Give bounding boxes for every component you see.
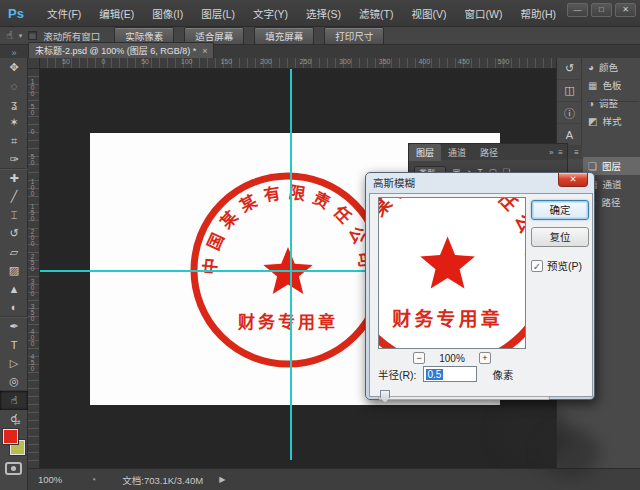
panel-menu-icon[interactable]: ≡ (558, 148, 563, 157)
ruler-tick-label: 50 (29, 103, 36, 115)
radius-slider[interactable] (378, 390, 550, 404)
menu-layer[interactable]: 图层(L) (192, 2, 244, 25)
dodge-tool[interactable]: ◐ (0, 299, 28, 318)
window-controls: — □ ✕ (567, 3, 636, 17)
radius-value: 0.5 (426, 369, 444, 380)
radius-input[interactable]: 0.5 (423, 366, 477, 382)
zoom-in-button[interactable]: + (479, 352, 491, 364)
vertical-guide[interactable] (290, 69, 292, 460)
menu-filter[interactable]: 滤镜(T) (350, 2, 402, 25)
magic-wand-tool[interactable]: ✶ (0, 114, 28, 133)
ps-logo: Ps (8, 6, 24, 21)
horizontal-guide[interactable] (40, 270, 367, 272)
scroll-all-windows-label: 滚动所有窗口 (43, 29, 100, 43)
scroll-all-windows-checkbox[interactable] (28, 31, 37, 40)
path-selection-tool[interactable]: ▷ (0, 354, 28, 373)
minimize-button[interactable]: — (567, 3, 588, 17)
menu-image[interactable]: 图像(I) (143, 2, 192, 25)
hand-tool-icon[interactable]: ☝ (6, 29, 13, 42)
preview-checkbox-label: 预览(P) (547, 258, 582, 273)
blur-preview[interactable]: 中国某某有限责任公司 财务专用章 (378, 197, 526, 349)
dock-menu-icon[interactable]: ≡ (574, 148, 579, 157)
swap-colors-icon[interactable]: ⇄ (14, 418, 21, 427)
tool-icon: ▷ (10, 357, 18, 370)
zoom-out-button[interactable]: − (413, 352, 425, 364)
preview-zoom-level: 100% (439, 353, 465, 364)
print-size-button[interactable]: 打印尺寸 (324, 27, 384, 45)
tool-icon: ✚ (9, 172, 18, 185)
history-panel-icon[interactable]: ↺ (557, 58, 582, 80)
tool-icon: ▱ (10, 246, 18, 259)
chevron-down-icon[interactable]: ▾ (19, 32, 23, 40)
tab-channels[interactable]: 通道 (441, 144, 473, 161)
tool-icon: ↺ (9, 227, 18, 240)
menu-type[interactable]: 文字(Y) (244, 2, 297, 25)
menu-window[interactable]: 窗口(W) (456, 2, 512, 25)
reset-button[interactable]: 复位 (531, 227, 589, 247)
healing-brush-tool[interactable]: ✚ (0, 169, 28, 188)
menu-select[interactable]: 选择(S) (297, 2, 350, 25)
status-zoom-field[interactable]: 100% (38, 474, 62, 485)
type-tool[interactable]: T (0, 336, 28, 355)
ruler-tick-label: 200 (260, 58, 272, 65)
pen-tool[interactable]: ✒ (0, 317, 28, 336)
tool-icon: ▨ (9, 264, 19, 277)
workspace-chevrons-icon[interactable]: » (0, 48, 28, 58)
crop-tool[interactable]: ⌗ (0, 132, 28, 151)
tool-icon: T (11, 339, 18, 351)
eyedropper-tool[interactable]: ✑ (0, 151, 28, 170)
tab-close-icon[interactable]: × (202, 46, 207, 56)
background-smudge (540, 428, 600, 478)
ruler-tick-label: 0 (102, 58, 106, 65)
slider-thumb[interactable] (380, 390, 390, 403)
menu-view[interactable]: 视图(V) (403, 2, 456, 25)
clone-stamp-tool[interactable]: ⌶ (0, 206, 28, 225)
maximize-button[interactable]: □ (591, 3, 612, 17)
ruler-tick-label: 250 (300, 58, 312, 65)
panel-icon: ◕ (588, 62, 594, 73)
blur-tool[interactable]: ▲ (0, 280, 28, 299)
document-tab[interactable]: 未标题-2.psd @ 100% (图层 6, RGB/8) * × (28, 42, 214, 58)
panel-color[interactable]: ◕颜色 (583, 58, 640, 76)
ok-button[interactable]: 确定 (531, 200, 589, 220)
svg-text:财务专用章: 财务专用章 (392, 308, 503, 330)
menu-edit[interactable]: 编辑(E) (90, 2, 143, 25)
tool-icon: ʓ (11, 98, 17, 110)
marquee-tool[interactable]: ◌ (0, 77, 28, 96)
tool-icon: ⌗ (11, 135, 17, 148)
info-panel-icon[interactable]: ⓘ (557, 102, 582, 124)
lasso-tool[interactable]: ʓ (0, 95, 28, 114)
mini-bridge-panel-icon[interactable]: ◫ (557, 80, 582, 102)
brush-tool[interactable]: ╱ (0, 188, 28, 207)
panel-styles[interactable]: ◩样式 (583, 112, 640, 130)
menu-bar: 文件(F)编辑(E)图像(I)图层(L)文字(Y)选择(S)滤镜(T)视图(V)… (38, 2, 565, 25)
move-tool[interactable]: ✥ (0, 58, 28, 77)
screen-mode-icon[interactable] (5, 462, 22, 475)
tab-paths[interactable]: 路径 (473, 144, 505, 161)
panel-swatches[interactable]: ▦色板 (583, 76, 640, 94)
tab-layers[interactable]: 图层 (409, 144, 441, 161)
menu-file[interactable]: 文件(F) (38, 2, 90, 25)
eraser-tool[interactable]: ▱ (0, 243, 28, 262)
menu-help[interactable]: 帮助(H) (511, 2, 565, 25)
tool-icon: ✥ (9, 61, 18, 74)
dialog-body: 中国某某有限责任公司 财务专用章 − 100% + 确定 复位 ✓ 预览(P) … (369, 193, 593, 397)
fill-screen-button[interactable]: 填充屏幕 (254, 27, 314, 45)
history-brush-tool[interactable]: ↺ (0, 225, 28, 244)
preview-checkbox[interactable]: ✓ (531, 260, 543, 272)
dialog-close-button[interactable]: ✕ (558, 173, 588, 187)
gradient-tool[interactable]: ▨ (0, 262, 28, 281)
dock-panel-list-top: ◕颜色▦色板◑调整◩样式 (583, 58, 640, 130)
collapse-panel-icon[interactable]: » (549, 148, 553, 157)
status-flyout-icon[interactable]: ▶ (219, 475, 225, 484)
hand-tool[interactable]: ☝ (0, 391, 28, 410)
foreground-color-swatch[interactable] (3, 429, 18, 444)
tool-icon: ◌ (11, 80, 18, 92)
tool-list: ✥◌ʓ✶⌗✑✚╱⌶↺▱▨▲◐✒T▷◎☝☌ (0, 58, 27, 428)
panel-adjustments[interactable]: ◑调整 (583, 94, 640, 112)
ruler-top[interactable]: 50050100150200250300350400450500 (40, 58, 556, 69)
ruler-left[interactable]: 10050050100150200250300350400450 (28, 69, 40, 468)
slider-groove[interactable] (378, 396, 550, 400)
shape-tool[interactable]: ◎ (0, 373, 28, 392)
close-button[interactable]: ✕ (615, 3, 636, 17)
